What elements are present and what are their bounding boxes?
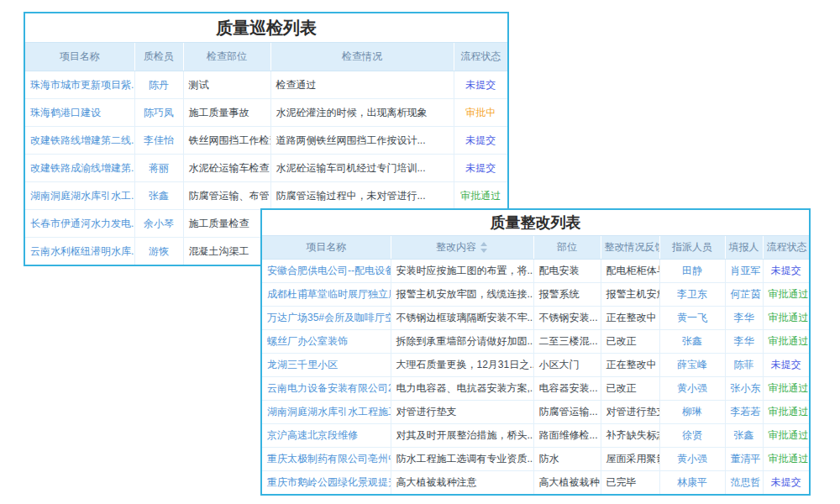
part-cell: 电容器安装... [533, 377, 601, 401]
inspection-part-cell: 水泥砼运输车检查 [183, 155, 270, 182]
part-cell: 防水 [533, 448, 601, 471]
inspection-result-cell: 水泥砼灌注的时候，出现离析现象 [270, 99, 454, 127]
rectify-content-cell: 安装时应按施工图的布置，将... [391, 260, 533, 283]
project-link[interactable]: 重庆太极制药有限公司亳州中... [262, 448, 391, 471]
status-badge: 审批通过 [454, 182, 507, 210]
rectify-table: 项目名称 整改内容 部位 整改情况反馈 指派人员 填报人 流程状态 安徽合肥供电… [262, 236, 809, 494]
inspection-result-cell: 水泥砼运输车司机经过专门培训... [270, 155, 454, 182]
part-cell: 报警系统 [533, 283, 601, 307]
project-link[interactable]: 长春市伊通河水力发电... [25, 210, 134, 238]
rectify-panel: 质量整改列表 项目名称 整改内容 部位 整改情况反馈 指派人员 填报人 流程状态… [260, 208, 811, 496]
project-link[interactable]: 万达广场35#会所及咖啡厅空... [262, 307, 391, 330]
status-badge: 未提交 [454, 127, 507, 155]
table-row: 改建铁路成渝线增建第...蒋丽水泥砼运输车检查水泥砼运输车司机经过专门培训...… [25, 155, 507, 182]
header-assignee: 指派人员 [659, 236, 725, 260]
header-inspection-result: 检查情况 [270, 43, 454, 71]
assignee-link[interactable]: 李卫东 [659, 283, 725, 307]
header-project-name: 项目名称 [262, 236, 391, 260]
assignee-link[interactable]: 林康平 [659, 471, 725, 495]
table-row: 万达广场35#会所及咖啡厅空...不锈钢边框玻璃隔断安装不牢...不锈钢安装..… [262, 307, 809, 330]
project-link[interactable]: 珠海鹤港口建设 [25, 99, 134, 127]
table-row: 重庆市鹅岭公园绿化景观提升...高大植被栽种注意高大植被栽种已完毕林康平范思哲未… [262, 471, 809, 495]
reporter-link[interactable]: 张鑫 [725, 424, 763, 448]
status-badge: 审批通过 [763, 424, 809, 448]
project-link[interactable]: 改建铁路线增建第二线... [25, 127, 134, 155]
rectify-content-cell: 不锈钢边框玻璃隔断安装不牢... [391, 307, 533, 330]
header-part: 部位 [533, 236, 601, 260]
table-row: 湖南洞庭湖水库引水工程施工I标对管进行垫支防腐管运输...对管进行垫支柳琳李若若… [262, 401, 809, 424]
rectify-content-label: 整改内容 [436, 241, 476, 253]
assignee-link[interactable]: 张鑫 [659, 330, 725, 354]
table-row: 珠海鹤港口建设陈巧凤施工质量事故水泥砼灌注的时候，出现离析现象审批中 [25, 99, 507, 127]
reporter-link[interactable]: 李华 [725, 307, 763, 330]
assignee-link[interactable]: 黄小强 [659, 377, 725, 401]
table-row: 改建铁路线增建第二线...李佳怡铁丝网围挡工作检查道路两侧铁丝网围挡工作按设计.… [25, 127, 507, 155]
table-row: 龙湖三千里小区大理石质量更换，12月31日之...小区大门正在整改中薛宝峰陈菲未… [262, 354, 809, 377]
rectify-header-row: 项目名称 整改内容 部位 整改情况反馈 指派人员 填报人 流程状态 [262, 236, 809, 260]
table-row: 京沪高速北京段维修对其及时开展整治措施，桥头...路面维修检...补齐缺失标志.… [262, 424, 809, 448]
reporter-link[interactable]: 李华 [725, 330, 763, 354]
status-badge: 未提交 [454, 71, 507, 99]
assignee-link[interactable]: 徐贤 [659, 424, 725, 448]
header-process-status: 流程状态 [454, 43, 507, 71]
inspection-part-cell: 铁丝网围挡工作检查 [183, 127, 270, 155]
part-cell: 二至三楼混... [533, 330, 601, 354]
project-link[interactable]: 改建铁路成渝线增建第... [25, 155, 134, 182]
inspector-link[interactable]: 张鑫 [134, 182, 183, 210]
inspection-result-cell: 道路两侧铁丝网围挡工作按设计... [270, 127, 454, 155]
status-badge: 审批通过 [763, 307, 809, 330]
sort-carets-icon[interactable] [480, 242, 488, 253]
rectify-content-cell: 电力电容器、电抗器安装方案,... [391, 377, 533, 401]
reporter-link[interactable]: 肖亚军 [725, 260, 763, 283]
reporter-link[interactable]: 范思哲 [725, 471, 763, 495]
header-inspection-part: 检查部位 [183, 43, 270, 71]
table-row: 珠海市城市更新项目紫...陈丹测试检查通过未提交 [25, 71, 507, 99]
reporter-link[interactable]: 李若若 [725, 401, 763, 424]
inspector-link[interactable]: 游恢 [134, 238, 183, 265]
reporter-link[interactable]: 张小东 [725, 377, 763, 401]
project-link[interactable]: 成都杜甫草堂临时展厅独立展... [262, 283, 391, 307]
project-link[interactable]: 湖南洞庭湖水库引水工... [25, 182, 134, 210]
reporter-link[interactable]: 何芷茵 [725, 283, 763, 307]
status-badge: 未提交 [763, 260, 809, 283]
inspection-header-row: 项目名称 质检员 检查部位 检查情况 流程状态 [25, 43, 507, 71]
assignee-link[interactable]: 田静 [659, 260, 725, 283]
table-row: 云南电力设备安装有限公司20...电力电容器、电抗器安装方案,...电容器安装.… [262, 377, 809, 401]
inspector-link[interactable]: 余小琴 [134, 210, 183, 238]
project-link[interactable]: 安徽合肥供电公司--配电设备... [262, 260, 391, 283]
rectify-content-cell: 报警主机安放牢固，线缆连接... [391, 283, 533, 307]
table-row: 螺丝厂办公室装饰拆除到承重墙部分请做好加固...二至三楼混...已改正张鑫李华审… [262, 330, 809, 354]
reporter-link[interactable]: 陈菲 [725, 354, 763, 377]
project-link[interactable]: 重庆市鹅岭公园绿化景观提升... [262, 471, 391, 495]
project-link[interactable]: 湖南洞庭湖水库引水工程施工I标 [262, 401, 391, 424]
inspection-result-cell: 检查通过 [270, 71, 454, 99]
part-cell: 防腐管运输... [533, 401, 601, 424]
inspector-link[interactable]: 陈丹 [134, 71, 183, 99]
inspector-link[interactable]: 李佳怡 [134, 127, 183, 155]
assignee-link[interactable]: 柳琳 [659, 401, 725, 424]
inspector-link[interactable]: 陈巧凤 [134, 99, 183, 127]
project-link[interactable]: 龙湖三千里小区 [262, 354, 391, 377]
table-row: 重庆太极制药有限公司亳州中...防水工程施工选调有专业资质...防水屋面采用聚氯… [262, 448, 809, 471]
status-badge: 审批中 [454, 99, 507, 127]
table-row: 安徽合肥供电公司--配电设备...安装时应按施工图的布置，将...配电安装配电柜… [262, 260, 809, 283]
header-inspector: 质检员 [134, 43, 183, 71]
rectify-content-cell: 防水工程施工选调有专业资质... [391, 448, 533, 471]
feedback-cell: 配电柜柜体与... [601, 260, 659, 283]
project-link[interactable]: 云南水利枢纽潜明水库... [25, 238, 134, 265]
project-link[interactable]: 珠海市城市更新项目紫... [25, 71, 134, 99]
assignee-link[interactable]: 黄一飞 [659, 307, 725, 330]
header-project-name: 项目名称 [25, 43, 134, 71]
inspector-link[interactable]: 蒋丽 [134, 155, 183, 182]
project-link[interactable]: 京沪高速北京段维修 [262, 424, 391, 448]
assignee-link[interactable]: 黄小强 [659, 448, 725, 471]
project-link[interactable]: 云南电力设备安装有限公司20... [262, 377, 391, 401]
header-rectify-content[interactable]: 整改内容 [391, 236, 533, 260]
inspection-table-title: 质量巡检列表 [25, 13, 507, 43]
part-cell: 配电安装 [533, 260, 601, 283]
rectify-table-title: 质量整改列表 [262, 210, 809, 236]
reporter-link[interactable]: 董清平 [725, 448, 763, 471]
inspection-part-cell: 混凝土沟渠工 [183, 238, 270, 265]
assignee-link[interactable]: 薛宝峰 [659, 354, 725, 377]
project-link[interactable]: 螺丝厂办公室装饰 [262, 330, 391, 354]
